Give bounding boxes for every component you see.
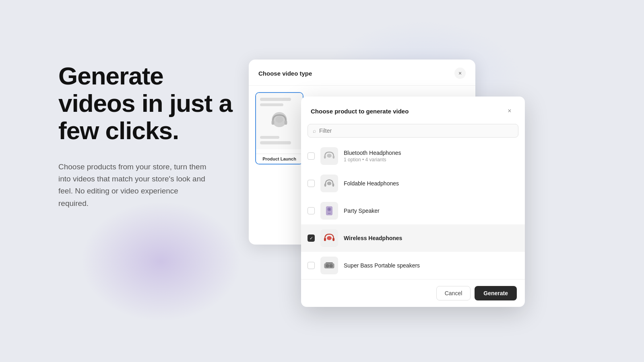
- svg-rect-7: [324, 183, 326, 187]
- svg-rect-13: [328, 213, 330, 214]
- card-inner: [256, 93, 303, 149]
- foldable-info: Foldable Headphones: [344, 180, 518, 187]
- product-modal-close-button[interactable]: ×: [504, 105, 515, 117]
- generate-button[interactable]: Generate: [475, 286, 517, 300]
- list-item[interactable]: ✓ Wireless Headphones: [301, 224, 525, 252]
- superbass-thumb: [320, 257, 338, 274]
- wireless-name: Wireless Headphones: [344, 235, 518, 241]
- bluetooth-info: Bluetooth Headphones 1 option • 4 varian…: [344, 150, 518, 162]
- card-line-2: [260, 103, 283, 107]
- hero-title: Generate videos in just a few clicks.: [58, 62, 239, 145]
- party-speaker-icon: [322, 204, 336, 218]
- superbass-checkbox[interactable]: [308, 262, 315, 269]
- svg-rect-8: [332, 183, 334, 187]
- bluetooth-name: Bluetooth Headphones: [344, 150, 518, 156]
- svg-point-9: [327, 182, 332, 185]
- product-list: Bluetooth Headphones 1 option • 4 varian…: [301, 142, 525, 279]
- foldable-name: Foldable Headphones: [344, 180, 518, 187]
- svg-rect-20: [326, 262, 333, 264]
- svg-point-19: [330, 264, 332, 267]
- bg-blob-purple: [80, 201, 242, 322]
- svg-rect-1: [272, 121, 275, 125]
- list-item[interactable]: Foldable Headphones: [301, 170, 525, 197]
- list-item[interactable]: Super Bass Portable speakers: [301, 252, 525, 279]
- wireless-info: Wireless Headphones: [344, 235, 518, 241]
- svg-rect-17: [324, 263, 334, 269]
- svg-rect-5: [333, 156, 335, 158]
- party-info: Party Speaker: [344, 208, 518, 214]
- modal-back-title: Choose video type: [258, 70, 312, 77]
- svg-point-6: [327, 154, 332, 158]
- modal-back-header: Choose video type ×: [249, 60, 475, 86]
- cancel-button[interactable]: Cancel: [436, 286, 471, 300]
- party-checkbox[interactable]: [308, 207, 315, 214]
- search-container: ⌕: [301, 124, 525, 142]
- svg-point-3: [276, 117, 283, 123]
- svg-point-12: [328, 209, 330, 210]
- wireless-checkbox[interactable]: ✓: [308, 234, 315, 242]
- card-headphone-icon: [268, 110, 291, 132]
- list-item[interactable]: Bluetooth Headphones 1 option • 4 varian…: [301, 142, 525, 170]
- card-line-1: [260, 98, 291, 101]
- bluetooth-headphone-icon: [322, 149, 336, 163]
- search-input[interactable]: [319, 128, 513, 134]
- foldable-checkbox[interactable]: [308, 180, 315, 187]
- svg-point-16: [327, 236, 332, 240]
- superbass-info: Super Bass Portable speakers: [344, 262, 518, 269]
- bluetooth-meta: 1 option • 4 variants: [344, 157, 518, 162]
- superbass-name: Super Bass Portable speakers: [344, 262, 518, 269]
- bluetooth-thumb: [320, 147, 338, 165]
- card-line-4: [260, 141, 291, 144]
- modal-footer: Cancel Generate: [301, 279, 525, 307]
- search-input-wrapper: ⌕: [308, 124, 518, 138]
- bluetooth-checkbox[interactable]: [308, 152, 315, 160]
- modal-front-header: Choose product to generate video ×: [301, 97, 525, 124]
- product-modal: Choose product to generate video × ⌕ Blu…: [301, 97, 525, 307]
- hero-subtitle: Choose products from your store, turn th…: [58, 161, 207, 210]
- modal-front-title: Choose product to generate video: [311, 108, 409, 115]
- svg-rect-14: [324, 238, 326, 241]
- foldable-headphone-icon: [322, 176, 336, 191]
- search-icon: ⌕: [313, 128, 316, 134]
- wireless-thumb: [320, 229, 338, 247]
- product-launch-label: Product Launch: [256, 154, 303, 164]
- card-line-3: [260, 136, 279, 139]
- video-type-close-button[interactable]: ×: [454, 68, 466, 79]
- wireless-headphone-icon: [322, 231, 336, 245]
- svg-rect-2: [285, 121, 287, 125]
- product-launch-card[interactable]: Product Launch: [255, 92, 303, 165]
- svg-rect-4: [324, 156, 326, 158]
- party-thumb: [320, 202, 338, 220]
- foldable-thumb: [320, 175, 338, 192]
- svg-rect-15: [332, 238, 334, 241]
- hero-section: Generate videos in just a few clicks. Ch…: [58, 62, 239, 210]
- party-name: Party Speaker: [344, 208, 518, 214]
- list-item[interactable]: Party Speaker: [301, 197, 525, 224]
- superbass-speaker-icon: [322, 258, 336, 273]
- svg-point-18: [326, 264, 329, 267]
